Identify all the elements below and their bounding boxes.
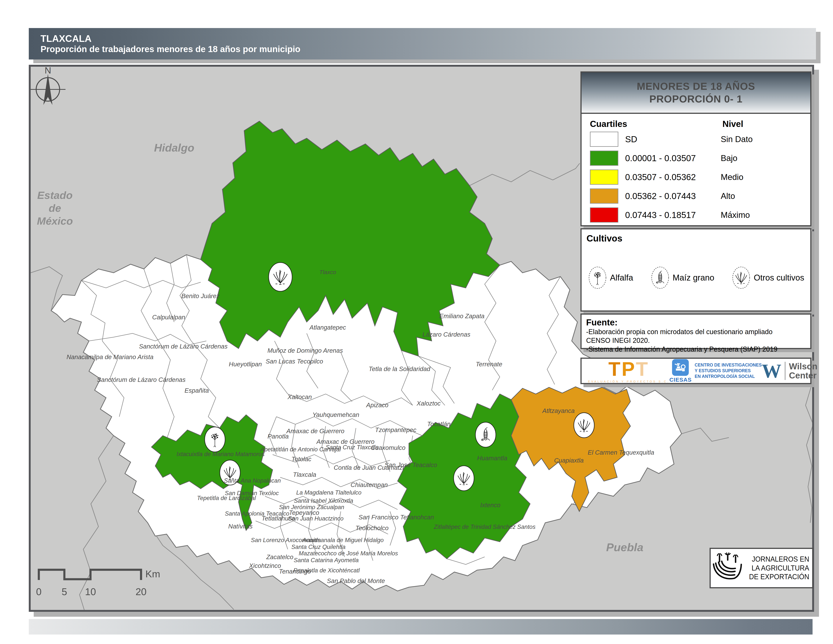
cultivo-label: Alfalfa (610, 273, 633, 282)
legend-class-row: 0.00001 - 0.03507Bajo (582, 149, 810, 167)
cultivo-item-alfalfa: Alfalfa (588, 266, 633, 290)
municipality-label: Xaltocan (287, 393, 312, 401)
municipality-label: Sanctórum de Lázaro Cárdenas (97, 376, 185, 383)
municipality-label: Chiautempan (351, 481, 388, 488)
municipality-label: Tepetitla de Lardizábal (197, 495, 256, 501)
municipality-label: Panotla (267, 433, 289, 440)
municipality-label: Apizaco (366, 402, 388, 409)
municipality-label: La Magdalena Tlaltelulco (296, 489, 362, 496)
municipality-label: El Carmen Tequexquitla (588, 449, 654, 456)
municipality-label: Huamantla (477, 455, 507, 462)
municipality-label: Tlaxcala (293, 471, 316, 478)
state-label: Estado (37, 189, 73, 201)
quartile-range: 0.05362 - 0.07443 (618, 191, 721, 201)
state-label: de (49, 202, 61, 214)
crop-marker-alfalfa-icon (205, 427, 225, 452)
ciesas-text-line: EN ANTROPOLOGÍA SOCIAL (695, 374, 762, 379)
crop-marker-otros-icon (269, 262, 292, 291)
fuente-lines: -Elaboración propia con microdatos del c… (586, 327, 806, 354)
state-label: Puebla (606, 541, 643, 554)
municipality-label: Xicohtzinco (249, 562, 281, 569)
cultivo-item-otros: Otros cultivos (731, 266, 804, 290)
municipality-label: Ixtacuixtla de Mariano Matamoros (177, 451, 264, 457)
ciesas-text: CENTRO DE INVESTIGACIONESY ESTUDIOS SUPE… (695, 362, 762, 379)
otros-icon (731, 266, 751, 290)
legend-col-level: Nivel (722, 119, 743, 129)
cultivos-items: AlfalfaMaíz granoOtros cultivos (587, 266, 806, 290)
legend-class-row: SDSin Dato (582, 130, 810, 149)
municipality-label: Terrenate (476, 361, 502, 368)
maiz-icon (650, 266, 670, 290)
quartile-range: 0.03507 - 0.05362 (618, 172, 721, 182)
logos-panel: TPT EVALUACIÓN Y PROYECTOS S.C. CIESAS C… (581, 357, 811, 384)
jornaleros-text-line: DE EXPORTACIÓN (749, 572, 809, 581)
municipality-label: Benito Juárez (182, 293, 220, 299)
quartile-range: 0.00001 - 0.03507 (618, 153, 721, 163)
municipality-label: Tetla de la Solidaridad (368, 365, 431, 372)
fuente-line: CENSO INEGI 2020. (586, 336, 806, 345)
jornaleros-text: JORNALEROS ENLA AGRICULTURADE EXPORTACIÓ… (744, 555, 812, 581)
legend-class-row: 0.07443 - 0.18517Máximo (582, 206, 810, 224)
crop-marker-otros-icon (453, 466, 474, 491)
municipality-label: Totolac (291, 456, 312, 462)
municipality-label: Sanctórum de Lázaro Cárdenas (139, 343, 228, 350)
municipality-label: Nanacamilpa de Mariano Arista (66, 353, 153, 361)
state-label: México (37, 215, 73, 227)
tpt-letter-t2: T (636, 358, 649, 380)
tpt-letter-t1: T (608, 358, 622, 380)
tpt-letter-p: P (622, 358, 636, 380)
municipality-label: Ixtenco (480, 502, 500, 509)
map-title: TLAXCALA (40, 33, 816, 44)
municipality-label: Tlaxco (319, 269, 336, 275)
fuente-line: -Elaboración propia con microdatos del c… (586, 327, 806, 336)
municipality-label: Mazatecochco de José María Morelos (299, 550, 398, 557)
jornaleros-field-icon (711, 550, 744, 586)
legend-panel-quartiles: MENORES DE 18 AÑOS PROPORCIÓN 0- 1 Cuart… (581, 71, 811, 226)
municipality-label: Cuapiaxtla (554, 457, 584, 464)
municipality-label: Teolocholco (355, 525, 389, 531)
legend-header-line2: PROPORCIÓN 0- 1 (650, 93, 743, 106)
ciesas-acronym: CIESAS (669, 377, 692, 383)
bottom-gradient-bar (29, 619, 812, 634)
quartile-swatch (590, 208, 618, 222)
wilson-center-logo: W Wilson Center (762, 361, 817, 381)
municipality-label: Hueyotlipan (229, 361, 262, 368)
municipality-label: San Juan Huactzinco (288, 515, 344, 522)
municipality-label: Españita (185, 387, 209, 394)
quartile-swatch (590, 151, 618, 166)
jornaleros-logo-box: JORNALEROS ENLA AGRICULTURADE EXPORTACIÓ… (709, 548, 813, 588)
scale-tick-label: 0 (36, 586, 42, 597)
state-label: Hidalgo (154, 142, 195, 154)
ciesas-icon (672, 359, 689, 376)
wilson-name-line1: Wilson (789, 362, 817, 371)
municipality-label: Santa Ana Nopalucan (224, 477, 281, 484)
ciesas-text-line: CENTRO DE INVESTIGACIONES (695, 362, 762, 368)
municipality-label: Xaloztoc (416, 400, 441, 407)
municipality-label: San Francisco Tetlanohcan (359, 514, 434, 521)
legend-panel-cultivos: Cultivos AlfalfaMaíz granoOtros cultivos (581, 228, 811, 312)
wilson-w-mark: W (762, 361, 781, 381)
municipality-label: Santa Apolonia Teacalco (225, 510, 289, 517)
quartile-swatch (590, 132, 618, 147)
municipality-label: Natívitas (228, 523, 252, 530)
crop-marker-otros-icon (574, 413, 594, 438)
ciesas-text-line: Y ESTUDIOS SUPERIORES (695, 368, 762, 374)
legend-header: MENORES DE 18 AÑOS PROPORCIÓN 0- 1 (582, 72, 810, 114)
quartile-level: Sin Dato (721, 134, 753, 144)
municipality-label: Atltzayanca (542, 407, 575, 414)
cultivos-title: Cultivos (587, 233, 806, 243)
tpt-subtext: EVALUACIÓN Y PROYECTOS S.C. (588, 380, 669, 383)
quartile-range: 0.07443 - 0.18517 (618, 210, 721, 220)
municipality-label: Santa Cruz Quilehtla (291, 544, 346, 550)
municipality-label: Acuamanala de Miguel Hidalgo (302, 537, 384, 543)
ciesas-logo: CIESAS CENTRO DE INVESTIGACIONESY ESTUDI… (669, 359, 762, 383)
legend-class-row: 0.03507 - 0.05362Medio (582, 167, 810, 187)
scale-tick-label: 5 (62, 586, 67, 597)
municipality-label: Amaxac de Guerrero (286, 428, 344, 435)
cultivo-item-maiz: Maíz grano (650, 266, 714, 290)
jornaleros-text-line: LA AGRICULTURA (749, 564, 809, 573)
cultivo-label: Maíz grano (673, 273, 714, 282)
municipality-label: Cuaxomulco (371, 444, 405, 451)
quartile-swatch (590, 188, 618, 204)
municipality-label: Muñoz de Domingo Arenas (267, 347, 343, 354)
